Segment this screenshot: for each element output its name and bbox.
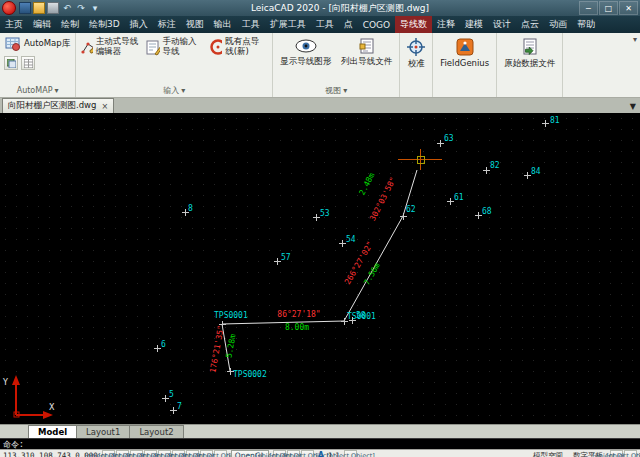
traverse-editor-button[interactable]: 主动式导线编辑器 xyxy=(79,34,141,60)
status-icons-far-right: [object Object][object Object] xyxy=(610,450,637,457)
ribbon-group-label-view[interactable]: 视图 ▾ xyxy=(276,84,396,97)
ribbon-tab[interactable]: 工具 xyxy=(237,16,265,33)
command-line[interactable]: 命令: xyxy=(0,438,640,449)
ucs-x-label: X xyxy=(49,403,55,412)
minimize-button[interactable]: ─ xyxy=(579,1,598,15)
point-marker xyxy=(524,172,531,179)
traverse-annotation: 5.28m xyxy=(224,333,237,358)
qat-dropdown-icon[interactable]: ▾ xyxy=(89,2,101,14)
ribbon-tab[interactable]: 点 xyxy=(339,16,358,33)
ucs-icon: Y X xyxy=(2,371,62,421)
ribbon-tab-bar: 主页编辑绘制绘制3D插入标注视图输出工具扩展工具工具点COGO导线数注释建模设计… xyxy=(0,16,640,33)
point-label: 7 xyxy=(177,402,182,411)
drawing-canvas[interactable]: 81638284616853854575865762TPS0001TS0001T… xyxy=(0,113,640,424)
ribbon-tab[interactable]: 点云 xyxy=(516,16,544,33)
raw-data-file-button[interactable]: 原始数据文件 xyxy=(500,34,559,69)
calibrate-button[interactable]: 校准 xyxy=(403,34,429,69)
ribbon-tab[interactable]: 工具 xyxy=(311,16,339,33)
manual-input-traverse-button[interactable]: 手动输入导线 xyxy=(143,34,205,60)
document-tab[interactable]: 向阳村棚户区测图.dwg × xyxy=(2,98,114,113)
open-icon[interactable] xyxy=(33,2,45,14)
pickbox-icon xyxy=(417,156,425,164)
point-marker xyxy=(400,213,407,220)
status-toggles-mid: [object Object][object Object][object Ob… xyxy=(273,450,314,457)
application-window: ↶↷▾ LeicaCAD 2020 - [向阳村棚户区测图.dwg] ─ □ ✕… xyxy=(0,0,640,457)
traverse-editor-icon xyxy=(81,38,93,56)
point-marker xyxy=(313,214,320,221)
ribbon-tab[interactable]: 绘制 xyxy=(56,16,84,33)
layout-tab[interactable]: Layout2 xyxy=(129,425,183,438)
ribbon-tab[interactable]: 视图 xyxy=(181,16,209,33)
ribbon-tab[interactable]: 插入 xyxy=(125,16,153,33)
ribbon-tab[interactable]: 注释 xyxy=(432,16,460,33)
maximize-button[interactable]: □ xyxy=(599,1,618,15)
app-logo-icon[interactable] xyxy=(2,1,16,15)
ucs-y-label: Y xyxy=(2,378,8,387)
ribbon-group-view: 显示导线图形 列出导线文件 视图 ▾ xyxy=(273,33,400,97)
ribbon-tab[interactable]: 扩展工具 xyxy=(265,16,311,33)
ribbon-tab[interactable]: 帮助 xyxy=(572,16,600,33)
point-label: 62 xyxy=(406,205,416,214)
point-marker xyxy=(154,345,161,352)
point-label: TPS0001 xyxy=(214,311,248,320)
fieldgenius-icon xyxy=(456,38,474,56)
chevron-down-icon: ▾ xyxy=(54,86,58,95)
eye-icon xyxy=(295,38,317,54)
layers-icon xyxy=(7,59,16,68)
close-document-icon[interactable]: × xyxy=(101,102,108,111)
model-space-button[interactable]: 模型空间 xyxy=(530,450,566,457)
document-list-dropdown-icon[interactable]: ▼ xyxy=(630,102,636,111)
ribbon-group-automap: AutoMap库 AutoMAP ▾ xyxy=(0,33,76,97)
ribbon-collapse-icon[interactable]: ▾ xyxy=(633,35,637,44)
status-toggle-icon[interactable]: [object Object] xyxy=(301,450,314,457)
ribbon-tab[interactable]: 设计 xyxy=(488,16,516,33)
close-button[interactable]: ✕ xyxy=(619,1,638,15)
automap-library-label: AutoMap库 xyxy=(24,39,70,49)
chevron-down-icon: ▾ xyxy=(343,86,347,95)
fieldgenius-label: FieldGenius xyxy=(440,59,489,69)
print-icon[interactable] xyxy=(47,2,59,14)
layout-tab[interactable]: Model xyxy=(28,425,77,438)
undo-icon[interactable]: ↶ xyxy=(61,2,73,14)
status-toggle-icon[interactable]: [object Object] xyxy=(344,450,357,457)
ribbon-tab[interactable]: 主页 xyxy=(0,16,28,33)
traverse-annotation: 2.48m xyxy=(358,171,377,197)
ribbon-tab[interactable]: 标注 xyxy=(153,16,181,33)
ribbon-tab[interactable]: 建模 xyxy=(460,16,488,33)
status-toggle-icon[interactable]: [object Object] xyxy=(214,450,227,457)
redo-icon[interactable]: ↷ xyxy=(75,2,87,14)
point-marker xyxy=(542,120,549,127)
calibrate-label: 校准 xyxy=(408,59,425,69)
window-controls: ─ □ ✕ xyxy=(579,1,638,15)
ribbon-tab[interactable]: 编辑 xyxy=(28,16,56,33)
annotation-scale-icon[interactable]: A xyxy=(318,451,324,457)
list-traverse-file-button[interactable]: 列出导线文件 xyxy=(337,34,396,67)
traverse-annotation: 7.56m xyxy=(362,261,382,286)
chevron-down-icon: ▾ xyxy=(181,86,185,95)
ribbon-tab[interactable]: 动画 xyxy=(544,16,572,33)
automap-small-button-1[interactable] xyxy=(4,56,18,70)
fieldgenius-button[interactable]: FieldGenius xyxy=(436,34,493,69)
ribbon-tab[interactable]: COGO xyxy=(358,16,395,33)
show-traverse-graphics-button[interactable]: 显示导线图形 xyxy=(276,34,335,67)
manual-input-label: 手动输入导线 xyxy=(163,37,204,57)
ribbon-tab[interactable]: 导线数 xyxy=(395,16,432,33)
raw-data-file-icon xyxy=(521,38,539,56)
ribbon-group-label-automap[interactable]: AutoMAP ▾ xyxy=(3,84,72,97)
layout-tab[interactable]: Layout1 xyxy=(76,425,130,438)
calibrate-icon xyxy=(407,38,425,56)
traverse-annotation: 176°21'35" xyxy=(208,324,225,373)
ribbon-group-label-input[interactable]: 输入 ▾ xyxy=(79,84,269,97)
automap-icon xyxy=(5,36,21,52)
ribbon-tab[interactable]: 绘制3D xyxy=(84,16,125,33)
ribbon-group-input: 主动式导线编辑器 手动输入导线 既有点导线(新) 输入 ▾ xyxy=(76,33,273,97)
ribbon-tab[interactable]: 输出 xyxy=(209,16,237,33)
automap-library-button[interactable]: AutoMap库 xyxy=(3,34,72,54)
traverse-editor-label: 主动式导线编辑器 xyxy=(96,37,139,57)
existing-point-traverse-button[interactable]: 既有点导线(新) xyxy=(207,34,269,60)
automap-small-button-2[interactable] xyxy=(21,56,35,70)
save-icon[interactable] xyxy=(19,2,31,14)
ribbon: AutoMap库 AutoMAP ▾ 主动式导线编辑器 xyxy=(0,33,640,98)
status-settings-icon[interactable]: [object Object] xyxy=(624,450,637,457)
table-icon xyxy=(24,59,33,68)
